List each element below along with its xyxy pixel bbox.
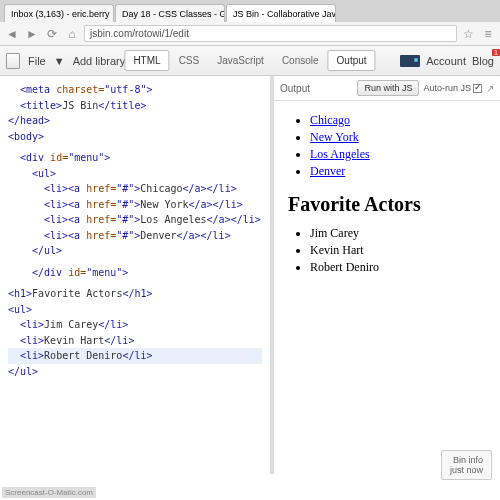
file-dropdown-icon[interactable]: ▼ bbox=[54, 55, 65, 67]
add-library[interactable]: Add library bbox=[73, 55, 126, 67]
account-link[interactable]: Account bbox=[426, 55, 466, 67]
file-icon[interactable] bbox=[6, 53, 20, 69]
list-item: Los Angeles bbox=[310, 147, 486, 162]
bookmark-icon[interactable]: ☆ bbox=[463, 27, 474, 41]
cities-list: Chicago New York Los Angeles Denver bbox=[288, 113, 486, 179]
auto-run-toggle[interactable]: Auto-run JS bbox=[423, 83, 482, 93]
menu-icon[interactable]: ≡ bbox=[480, 26, 496, 42]
list-item: Robert Deniro bbox=[310, 260, 486, 275]
panel-output[interactable]: Output bbox=[328, 50, 376, 71]
list-item: New York bbox=[310, 130, 486, 145]
list-item: Kevin Hart bbox=[310, 243, 486, 258]
bin-info-box[interactable]: Bin info just now bbox=[441, 450, 492, 480]
html-editor[interactable]: <meta charset="utf-8"> <title>JS Bin</ti… bbox=[0, 76, 270, 474]
list-item: Jim Carey bbox=[310, 226, 486, 241]
tab-day18[interactable]: Day 18 - CSS Classes - G× bbox=[115, 4, 225, 22]
expand-icon[interactable]: ↗ bbox=[486, 83, 494, 94]
panel-html[interactable]: HTML bbox=[124, 50, 169, 71]
preview-frame: Chicago New York Los Angeles Denver Favo… bbox=[274, 101, 500, 299]
panel-console[interactable]: Console bbox=[273, 50, 328, 71]
bin-info-time: just now bbox=[450, 465, 483, 475]
city-link[interactable]: New York bbox=[310, 130, 359, 144]
list-item: Chicago bbox=[310, 113, 486, 128]
jsbin-logo-icon[interactable] bbox=[400, 55, 420, 67]
city-link[interactable]: Chicago bbox=[310, 113, 350, 127]
panel-css[interactable]: CSS bbox=[170, 50, 209, 71]
tab-inbox[interactable]: Inbox (3,163) - eric.berry× bbox=[4, 4, 114, 22]
back-button[interactable]: ◄ bbox=[4, 26, 20, 42]
city-link[interactable]: Denver bbox=[310, 164, 345, 178]
output-panel: Output Run with JS Auto-run JS ↗ Chicago… bbox=[270, 76, 500, 474]
home-button[interactable]: ⌂ bbox=[64, 26, 80, 42]
watermark: Screencast-O-Matic.com bbox=[2, 487, 96, 498]
tab-jsbin[interactable]: JS Bin - Collaborative Jav× bbox=[226, 4, 336, 22]
url-input[interactable]: jsbin.com/rotowi/1/edit bbox=[84, 25, 457, 42]
forward-button[interactable]: ► bbox=[24, 26, 40, 42]
panel-js[interactable]: JavaScript bbox=[208, 50, 273, 71]
reload-button[interactable]: ⟳ bbox=[44, 26, 60, 42]
run-with-js-button[interactable]: Run with JS bbox=[357, 80, 419, 96]
browser-tabs: Inbox (3,163) - eric.berry× Day 18 - CSS… bbox=[0, 0, 500, 22]
blog-link[interactable]: Blog bbox=[472, 55, 494, 67]
list-item: Denver bbox=[310, 164, 486, 179]
actors-list: Jim Carey Kevin Hart Robert Deniro bbox=[288, 226, 486, 275]
bin-info-title: Bin info bbox=[450, 455, 483, 465]
checkbox-icon[interactable] bbox=[473, 84, 482, 93]
jsbin-toolbar: File ▼ Add library Share HTML CSS JavaSc… bbox=[0, 46, 500, 76]
city-link[interactable]: Los Angeles bbox=[310, 147, 370, 161]
output-title: Output bbox=[280, 83, 310, 94]
file-menu[interactable]: File bbox=[28, 55, 46, 67]
main-panels: <meta charset="utf-8"> <title>JS Bin</ti… bbox=[0, 76, 500, 474]
close-icon[interactable]: × bbox=[113, 8, 114, 19]
address-bar: ◄ ► ⟳ ⌂ jsbin.com/rotowi/1/edit ☆ ≡ bbox=[0, 22, 500, 46]
actors-heading: Favorite Actors bbox=[288, 193, 486, 216]
